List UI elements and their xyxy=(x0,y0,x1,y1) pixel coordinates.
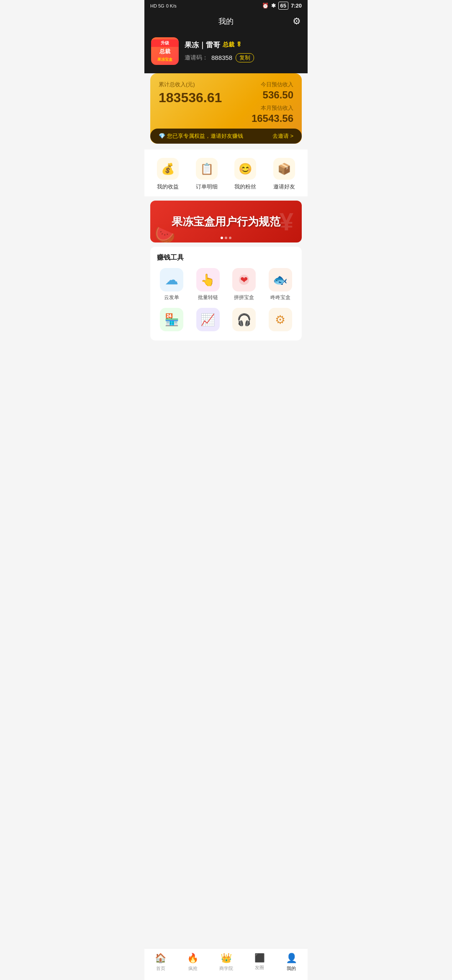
invite-code-row: 邀请码： 888358 复制 xyxy=(185,53,301,62)
badge-sub: 果冻宝盒 xyxy=(157,56,173,63)
status-left: HD 5G 0 K/s xyxy=(150,3,177,8)
tool-shop[interactable]: 🏪 xyxy=(157,308,187,334)
user-name-row: 果冻｜雷哥 总裁 🎖 xyxy=(185,40,301,50)
invite-banner-text: 💎 您已享专属权益，邀请好友赚钱 xyxy=(159,132,243,140)
tool-service[interactable]: 🎧 xyxy=(229,308,259,334)
orders-label: 订单明细 xyxy=(196,183,218,191)
profile-info: 果冻｜雷哥 总裁 🎖 邀请码： 888358 复制 xyxy=(185,40,301,62)
action-invite[interactable]: 📦 邀请好友 xyxy=(273,158,295,191)
fans-icon: 😊 xyxy=(234,158,256,180)
dot-2 xyxy=(225,237,227,239)
invite-banner[interactable]: 💎 您已享专属权益，邀请好友赚钱 去邀请 > xyxy=(150,129,302,144)
earnings-label: 我的收益 xyxy=(157,183,179,191)
dot-3 xyxy=(229,237,231,239)
settings-tool-icon: ⚙ xyxy=(269,308,292,331)
user-name: 果冻｜雷哥 xyxy=(185,40,220,50)
cloud-send-label: 云发单 xyxy=(164,294,179,301)
today-label: 今日预估收入 xyxy=(252,81,293,88)
dongdong-label: 咚咚宝盒 xyxy=(270,294,290,301)
profile-section: 升级 总裁 果冻宝盒 果冻｜雷哥 总裁 🎖 邀请码： 888358 复制 xyxy=(144,31,308,73)
dongdong-icon: 🐟 xyxy=(269,268,292,291)
settings-button[interactable]: ⚙ xyxy=(293,16,301,27)
network-label: HD 5G xyxy=(150,3,164,8)
today-value: 536.50 xyxy=(252,89,293,101)
total-value: 183536.61 xyxy=(159,90,222,106)
status-bar: HD 5G 0 K/s ⏰ ✱ 65 7:20 xyxy=(144,0,308,11)
service-icon: 🎧 xyxy=(232,308,256,331)
month-label: 本月预估收入 xyxy=(252,104,293,112)
invite-prefix: 邀请码： xyxy=(185,54,208,62)
earnings-icon: 💰 xyxy=(157,158,179,180)
time-display: 7:20 xyxy=(291,3,302,9)
orders-icon: 📋 xyxy=(196,158,218,180)
pinpin-icon: ❤ xyxy=(232,268,256,291)
yuan-decoration: ¥ xyxy=(280,207,293,236)
battery-indicator: 65 xyxy=(278,3,288,9)
tool-settings[interactable]: ⚙ xyxy=(266,308,295,334)
invite-banner-action[interactable]: 去邀请 > xyxy=(272,132,293,140)
bluetooth-icon: ✱ xyxy=(271,3,276,9)
tools-section: 赚钱工具 ☁ 云发单 👆 批量转链 ❤ 拼拼宝盒 🐟 xyxy=(150,247,302,340)
shop-icon: 🏪 xyxy=(160,308,183,331)
tool-batch-link[interactable]: 👆 批量转链 xyxy=(193,268,223,301)
earnings-card: 累计总收入(元) 183536.61 今日预估收入 536.50 本月预估收入 … xyxy=(150,73,302,144)
action-my-earnings[interactable]: 💰 我的收益 xyxy=(157,158,179,191)
total-label: 累计总收入(元) xyxy=(159,81,222,88)
earnings-right-section: 今日预估收入 536.50 本月预估收入 16543.56 xyxy=(252,81,293,124)
cloud-send-icon: ☁ xyxy=(160,268,183,291)
tools-grid: ☁ 云发单 👆 批量转链 ❤ 拼拼宝盒 🐟 咚咚宝盒 xyxy=(157,268,295,334)
data-speed: 0 K/s xyxy=(166,3,177,8)
svg-text:❤: ❤ xyxy=(240,275,248,285)
tool-dongdong[interactable]: 🐟 咚咚宝盒 xyxy=(266,268,295,301)
action-orders[interactable]: 📋 订单明细 xyxy=(196,158,218,191)
quick-actions: 💰 我的收益 📋 订单明细 😊 我的粉丝 📦 邀请好友 xyxy=(144,150,308,196)
tool-cloud-send[interactable]: ☁ 云发单 xyxy=(157,268,187,301)
battery-level: 65 xyxy=(278,2,288,10)
alarm-icon: ⏰ xyxy=(262,3,269,9)
earnings-total-section: 累计总收入(元) 183536.61 xyxy=(159,81,222,124)
banner-text: 果冻宝盒用户行为规范 xyxy=(172,214,280,229)
fans-label: 我的粉丝 xyxy=(234,183,256,191)
tool-chart[interactable]: 📈 xyxy=(193,308,223,334)
tools-title: 赚钱工具 xyxy=(157,253,295,262)
invite-label: 邀请好友 xyxy=(273,183,295,191)
banner-dots xyxy=(221,237,231,239)
copy-button[interactable]: 复制 xyxy=(236,53,254,62)
batch-link-icon: 👆 xyxy=(196,268,220,291)
page-header: 我的 ⚙ xyxy=(144,11,308,31)
tool-pinpin[interactable]: ❤ 拼拼宝盒 xyxy=(229,268,259,301)
pinpin-label: 拼拼宝盒 xyxy=(234,294,254,301)
earnings-main: 累计总收入(元) 183536.61 今日预估收入 536.50 本月预估收入 … xyxy=(159,81,293,124)
action-fans[interactable]: 😊 我的粉丝 xyxy=(234,158,256,191)
badge-top: 升级 xyxy=(151,39,179,47)
avatar-badge: 升级 总裁 果冻宝盒 xyxy=(151,37,179,65)
month-value: 16543.56 xyxy=(252,113,293,124)
invite-icon: 📦 xyxy=(273,158,295,180)
chart-icon: 📈 xyxy=(196,308,220,331)
status-right: ⏰ ✱ 65 7:20 xyxy=(262,3,302,9)
badge-middle: 总裁 xyxy=(159,47,170,56)
batch-link-label: 批量转链 xyxy=(198,294,218,301)
invite-code-value: 888358 xyxy=(211,54,232,61)
page-title: 我的 xyxy=(218,16,234,26)
user-rank: 总裁 🎖 xyxy=(223,41,242,49)
dot-1 xyxy=(221,237,223,239)
promo-banner[interactable]: 🍉 果冻宝盒用户行为规范 ¥ xyxy=(150,201,302,242)
